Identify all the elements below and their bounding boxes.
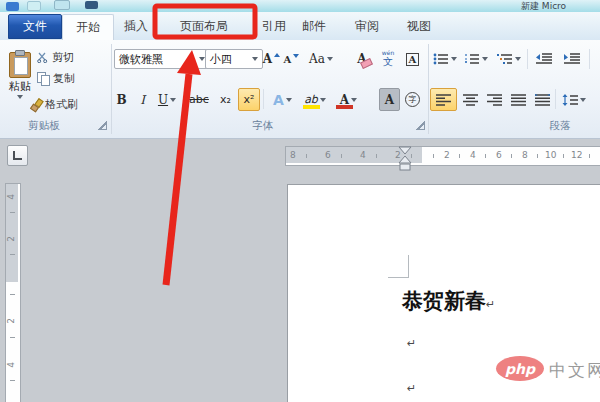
- tab-insert[interactable]: 插入: [114, 14, 158, 38]
- tab-home[interactable]: 开始: [62, 14, 114, 41]
- clear-format-button[interactable]: A: [350, 48, 374, 70]
- indent-markers[interactable]: [398, 146, 412, 172]
- qat-icon[interactable]: [27, 1, 41, 11]
- font-size-combo[interactable]: 小四: [205, 49, 263, 69]
- grow-font-glyph: A: [263, 52, 272, 66]
- paste-label: 粘贴: [9, 79, 31, 94]
- tab-references[interactable]: 引用: [250, 14, 298, 38]
- button-divider: [263, 89, 264, 109]
- tab-stop-icon: [13, 151, 22, 160]
- justify-button[interactable]: [506, 88, 530, 111]
- char-shading-button[interactable]: A: [379, 88, 400, 111]
- char-shading-glyph: A: [385, 93, 394, 107]
- font-group-label: 字体: [238, 119, 288, 133]
- cut-button[interactable]: 剪切: [37, 49, 74, 65]
- phonetic-guide-button[interactable]: wén 文: [376, 46, 400, 71]
- group-divider: [428, 44, 429, 134]
- enclose-char-button[interactable]: 字: [402, 88, 423, 111]
- heading-text: 恭贺新春: [402, 289, 486, 313]
- undo-icon[interactable]: [85, 1, 98, 9]
- text-effects-button[interactable]: A: [268, 88, 297, 111]
- align-center-button[interactable]: [458, 88, 482, 111]
- save-icon[interactable]: [54, 0, 70, 10]
- bullets-button[interactable]: [430, 48, 460, 70]
- numbering-icon: [464, 53, 480, 65]
- subscript-button[interactable]: x₂: [215, 88, 236, 111]
- char-border-button[interactable]: A: [402, 48, 423, 70]
- tab-mailings[interactable]: 邮件: [292, 14, 336, 38]
- align-right-button[interactable]: [482, 88, 506, 111]
- ruler-number: 4: [6, 194, 16, 200]
- font-name-combo[interactable]: 微软雅黑: [114, 49, 210, 69]
- tab-selector-button[interactable]: [7, 145, 28, 166]
- font-name-value: 微软雅黑: [119, 52, 163, 67]
- ruler-ticks: [433, 154, 593, 158]
- document-page[interactable]: 恭贺新春↵ ↵ ↵ php 中文网: [287, 184, 600, 402]
- underline-button[interactable]: U: [153, 88, 181, 111]
- tab-file[interactable]: 文件: [8, 14, 62, 39]
- bold-glyph: B: [116, 93, 126, 107]
- copy-icon: [37, 72, 49, 84]
- shrink-font-arrow-icon: [293, 54, 299, 58]
- font-dialog-launcher[interactable]: [416, 121, 425, 130]
- decrease-indent-button[interactable]: [531, 48, 557, 70]
- multilevel-caret: [515, 57, 521, 61]
- bold-button[interactable]: B: [112, 88, 131, 111]
- superscript-button[interactable]: x²: [238, 88, 260, 111]
- multilevel-list-button[interactable]: [493, 48, 525, 70]
- line-spacing-button[interactable]: [558, 88, 590, 111]
- distribute-button[interactable]: [530, 88, 554, 111]
- paragraph-mark-icon: ↵: [486, 298, 495, 311]
- change-case-caret: [327, 57, 333, 61]
- strikethrough-button[interactable]: abc: [185, 88, 213, 111]
- watermark-php-badge: php: [496, 356, 544, 381]
- titlebar: 新建 Micro: [0, 0, 600, 12]
- paragraph-mark-icon: ↵: [407, 337, 416, 350]
- clipboard-group-label: 剪贴板: [14, 119, 74, 133]
- format-painter-button[interactable]: 格式刷: [30, 96, 78, 112]
- align-right-icon: [487, 94, 502, 106]
- ruler-ticks: [10, 294, 15, 402]
- char-border-glyph: A: [406, 53, 420, 66]
- grow-font-arrow-icon: [274, 53, 280, 57]
- increase-indent-icon: [563, 53, 581, 65]
- font-color-bar: [336, 105, 353, 109]
- highlight-color-bar: [303, 105, 320, 109]
- highlight-caret: [320, 98, 326, 102]
- bullets-icon: [433, 53, 449, 65]
- hanging-indent-marker[interactable]: [399, 156, 411, 163]
- ruler-ticks: [10, 212, 15, 276]
- increase-indent-button[interactable]: [559, 48, 585, 70]
- align-left-button[interactable]: [430, 88, 457, 111]
- copy-button[interactable]: 复制: [37, 70, 75, 86]
- highlight-button[interactable]: ab: [300, 88, 330, 111]
- font-color-button[interactable]: A: [333, 88, 364, 111]
- decrease-indent-icon: [535, 53, 553, 65]
- tab-view[interactable]: 视图: [396, 14, 442, 38]
- font-size-value: 小四: [210, 52, 232, 67]
- justify-icon: [511, 94, 526, 106]
- paragraph-group-label: 段落: [532, 119, 588, 133]
- tab-page-layout[interactable]: 页面布局: [168, 14, 240, 38]
- clipboard-dialog-launcher[interactable]: [98, 121, 107, 130]
- numbering-button[interactable]: [461, 48, 491, 70]
- scissors-icon: [37, 52, 48, 63]
- left-indent-marker[interactable]: [400, 164, 410, 170]
- change-case-button[interactable]: Aa: [304, 48, 338, 70]
- shrink-font-button[interactable]: A: [282, 49, 301, 70]
- underline-glyph: U: [158, 93, 168, 107]
- first-line-indent-marker[interactable]: [399, 147, 411, 154]
- word-logo-icon[interactable]: [6, 2, 19, 11]
- cut-label: 剪切: [52, 50, 74, 65]
- tab-review[interactable]: 审阅: [344, 14, 390, 38]
- vertical-ruler[interactable]: 4 2 2 4: [5, 183, 21, 402]
- numbering-caret: [482, 57, 488, 61]
- horizontal-ruler[interactable]: 8 6 4 2 2 4 6 8 10 12: [285, 146, 600, 166]
- line-spacing-icon: [562, 94, 578, 106]
- text-effects-caret: [286, 98, 292, 102]
- grow-font-button[interactable]: A: [261, 48, 282, 70]
- italic-button[interactable]: I: [134, 88, 151, 111]
- shrink-font-glyph: A: [284, 54, 292, 65]
- change-case-glyph: Aa: [309, 52, 325, 66]
- font-size-caret: [252, 57, 258, 61]
